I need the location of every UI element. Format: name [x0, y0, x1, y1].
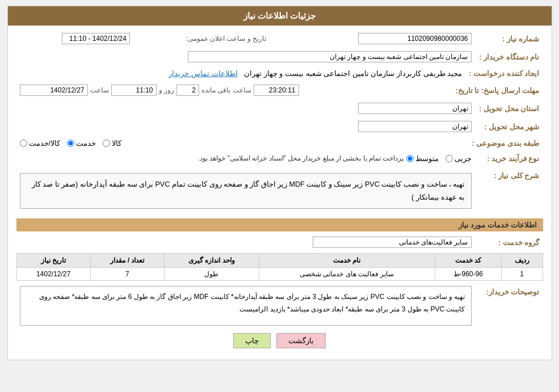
province-label: استان محل تحویل :	[475, 101, 543, 116]
col-header-row: ردیف	[501, 254, 543, 268]
creator-row: ایجاد کننده درخواست : مجید طریفی کاربردا…	[16, 68, 543, 79]
need-desc-row: شرح کلی نیاز : تهیه ، ساخت و نصب کابینت …	[16, 168, 543, 214]
buyer-notes-value: تهیه و ساخت و نصب کابینت PVC زیر سینک به…	[16, 284, 475, 327]
process-radio-mutavasset[interactable]	[406, 155, 414, 162]
need-number-value	[287, 31, 474, 46]
category-radio-kala[interactable]	[103, 140, 110, 147]
need-desc-value: تهیه ، ساخت و نصب کابینت PVC زیر سینک و …	[16, 168, 475, 214]
deadline-row: مهلت ارسال پاسخ: تا تاریخ: ساعت روز و سا…	[16, 83, 543, 98]
main-container: جزئیات اطلاعات نیاز شماره نیاز : تاریخ و…	[7, 6, 552, 360]
buyer-notes-row: توصیحات خریدار: تهیه و ساخت و نصب کابینت…	[16, 284, 543, 327]
category-radio-kala-khadamat[interactable]	[20, 140, 27, 147]
creator-contact-link[interactable]: اطلاعات تماس خریدار	[169, 69, 237, 78]
col-header-name: نام خدمت	[259, 254, 435, 268]
process-option-jozi[interactable]: جزیی	[445, 154, 472, 163]
creator-label: ایجاد کننده درخواست :	[465, 68, 543, 79]
buyer-org-value	[16, 49, 475, 64]
province-row: استان محل تحویل :	[16, 101, 543, 116]
process-desc: پرداخت تمام یا بخشی از مبلغ خریداز محل "…	[20, 154, 404, 162]
deadline-time-input[interactable]	[111, 85, 157, 96]
days-label: روز و	[159, 86, 174, 94]
process-option-mutavasset[interactable]: متوسط	[406, 154, 439, 163]
deadline-label: مهلت ارسال پاسخ: تا تاریخ:	[452, 83, 543, 98]
service-group-label: گروه خدمت :	[475, 235, 543, 250]
service-group-input[interactable]	[313, 237, 472, 248]
category-options: کالا/خدمت خدمت کالا	[16, 137, 469, 149]
col-header-date: تاریخ نیاز	[16, 254, 90, 268]
category-label-khadamat: خدمت	[76, 139, 96, 147]
page-header: جزئیات اطلاعات نیاز	[8, 6, 552, 26]
announce-label: تاریخ و ساعت اعلان عمومی:	[133, 31, 270, 46]
time-label: ساعت	[90, 86, 109, 94]
back-button[interactable]: بازگشت	[276, 333, 326, 348]
deadline-date-input[interactable]	[20, 85, 88, 96]
category-label-kala-khadamat: کالا/خدمت	[29, 139, 61, 147]
category-radio-khadamat[interactable]	[67, 140, 74, 147]
city-row: شهر محل تحویل :	[16, 119, 543, 134]
service-group-value	[16, 235, 475, 250]
action-buttons: بازگشت چاپ	[16, 333, 543, 348]
category-label: طبقه بندی موضوعی :	[468, 137, 543, 149]
cell-code: 960-96-ط	[435, 268, 501, 281]
cell-date: 1402/12/27	[16, 268, 90, 281]
buyer-notes-label: توصیحات خریدار:	[475, 284, 543, 327]
col-header-code: کد خدمت	[435, 254, 501, 268]
city-label: شهر محل تحویل :	[475, 119, 543, 134]
page-title: جزئیات اطلاعات نیاز	[243, 11, 316, 20]
deadline-fields: ساعت روز و ساعت باقی مانده	[16, 83, 452, 98]
cell-name: سایر فعالیت های خدماتی شخصی	[259, 268, 435, 281]
buyer-org-input[interactable]	[188, 51, 472, 62]
service-group-row: گروه خدمت :	[16, 235, 543, 250]
province-value	[16, 101, 475, 116]
buyer-org-label: نام دستگاه خریدار :	[475, 49, 543, 64]
creator-text: مجید طریفی کاربرداز سازمان تامین اجتماعی…	[244, 69, 462, 78]
category-row: طبقه بندی موضوعی : کالا/خدمت خدمت	[16, 137, 543, 149]
services-section-title: اطلاعات خدمات مورد نیاز	[16, 218, 543, 231]
process-radio-jozi[interactable]	[445, 155, 453, 162]
remaining-label: ساعت باقی مانده	[201, 86, 251, 94]
province-input[interactable]	[358, 103, 472, 114]
city-input[interactable]	[358, 121, 472, 132]
city-value	[16, 119, 475, 134]
need-number-label: شماره نیاز :	[475, 31, 543, 46]
col-header-unit: واحد اندازه گیری	[164, 254, 259, 268]
services-table: ردیف کد خدمت نام خدمت واحد اندازه گیری ت…	[16, 253, 543, 281]
need-number-input[interactable]	[358, 33, 472, 44]
category-option-kala[interactable]: کالا	[103, 139, 121, 147]
cell-unit: طول	[164, 268, 259, 281]
process-row: نوع فرآیند خرید : پرداخت تمام یا بخشی از…	[16, 153, 543, 165]
category-label-kala: کالا	[112, 139, 121, 147]
buyer-notes-box: تهیه و ساخت و نصب کابینت PVC زیر سینک به…	[20, 286, 472, 326]
table-row: 1 960-96-ط سایر فعالیت های خدماتی شخصی ط…	[16, 268, 543, 281]
creator-value: مجید طریفی کاربرداز سازمان تامین اجتماعی…	[16, 68, 466, 79]
cell-qty: 7	[90, 268, 164, 281]
col-header-qty: تعداد / مقدار	[90, 254, 164, 268]
process-content: پرداخت تمام یا بخشی از مبلغ خریداز محل "…	[16, 153, 475, 165]
announce-value	[16, 31, 133, 46]
remaining-input[interactable]	[254, 85, 299, 96]
category-option-khadamat[interactable]: خدمت	[67, 139, 96, 147]
process-label: نوع فرآیند خرید :	[475, 153, 543, 165]
buyer-org-row: نام دستگاه خریدار :	[16, 49, 543, 64]
cell-row: 1	[501, 268, 543, 281]
need-number-row: شماره نیاز : تاریخ و ساعت اعلان عمومی:	[16, 31, 543, 46]
content-area: شماره نیاز : تاریخ و ساعت اعلان عمومی: ن…	[8, 26, 552, 360]
days-input[interactable]	[176, 85, 199, 96]
process-label-jozi: جزیی	[455, 154, 472, 163]
need-desc-label: شرح کلی نیاز :	[475, 168, 543, 214]
announce-input[interactable]	[62, 33, 130, 44]
category-option-kala-khadamat[interactable]: کالا/خدمت	[20, 139, 61, 147]
need-desc-box: تهیه ، ساخت و نصب کابینت PVC زیر سینک و …	[20, 173, 472, 209]
print-button[interactable]: چاپ	[233, 333, 271, 348]
process-label-mutavasset: متوسط	[415, 154, 439, 163]
